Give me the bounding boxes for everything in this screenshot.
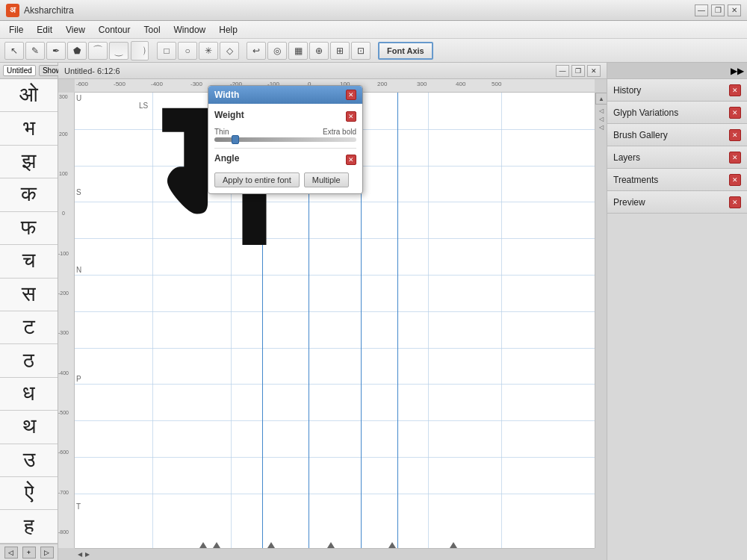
panel-item-treatments[interactable]: Treatments ✕ [607,169,747,191]
glyph-item[interactable]: ओ [0,79,58,112]
glyph-item[interactable]: ह [0,510,58,543]
panel-layers-label: Layers [613,152,640,163]
menu-file[interactable]: File [3,23,29,37]
canvas-header: Untitled- 6:12:6 — ❐ ✕ [58,63,607,79]
canvas-close-button[interactable]: ✕ [587,65,601,77]
panel-layers-close[interactable]: ✕ [729,152,741,164]
scrollbar-right[interactable]: ▲ ◁ ◁ ◁ [595,93,607,548]
glyph-item[interactable]: उ [0,444,58,477]
glyph-item[interactable]: भ [0,112,58,145]
tool-ellipse[interactable]: ○ [178,42,197,60]
weight-slider-thumb[interactable] [232,135,239,144]
tool-rect[interactable]: □ [157,42,176,60]
main-area: Untitled Show ओ भ झ क फ च स ट ठ ध थ उ ऐ … [0,63,747,560]
panel-treatments-label: Treatments [613,175,658,185]
glyph-item[interactable]: स [0,279,58,311]
glyph-item[interactable]: थ [0,411,58,444]
popup-body: Weight ✕ Thin Extra bold Angle ✕ Apply [208,104,362,193]
multiple-button[interactable]: Multiple [304,172,349,187]
glyph-prev-button[interactable]: ◁ [4,547,18,559]
glyph-item[interactable]: च [0,245,58,278]
tool-frame[interactable]: ⊡ [351,42,371,60]
glyph-next-button[interactable]: ▷ [40,547,54,559]
title-bar-left: अ Aksharchitra [6,4,74,17]
tool-measure[interactable]: ◎ [267,42,287,60]
panel-item-history[interactable]: History ✕ [607,79,747,102]
scroll-right-indicator-2[interactable]: ◁ [599,116,604,122]
tool-pencil[interactable]: ✎ [25,42,45,60]
panel-glyph-variations-close[interactable]: ✕ [729,107,741,119]
glyph-item[interactable]: क [0,178,58,211]
popup-close-button[interactable]: ✕ [346,90,356,100]
tool-shape1[interactable]: ⬟ [67,42,87,60]
popup-extrabold-label: Extra bold [323,128,356,136]
tool-undo[interactable]: ↩ [247,42,266,60]
menu-edit[interactable]: Edit [31,23,58,37]
popup-angle-close[interactable]: ✕ [346,155,356,165]
triangle-marker-6 [450,542,457,548]
triangle-marker-2 [213,542,220,548]
triangle-marker-3 [267,542,275,548]
menu-bar: File Edit View Contour Tool Window Help [0,21,747,39]
panel-treatments-close[interactable]: ✕ [729,174,741,186]
scroll-right-arrow[interactable]: ▶ [85,551,90,558]
panel-item-brush-gallery[interactable]: Brush Gallery ✕ [607,124,747,146]
right-panel-arrows: ▶▶ [731,66,744,76]
canvas-label-s: S [76,188,81,196]
scrollbar-bottom[interactable]: ◀ ▶ [75,548,595,560]
panel-item-layers[interactable]: Layers ✕ [607,146,747,169]
title-bar-controls[interactable]: — ❐ ✕ [695,4,741,16]
restore-button[interactable]: ❐ [711,4,725,16]
tool-grid[interactable]: ⊞ [330,42,350,60]
scroll-right-indicator-1[interactable]: ◁ [599,108,604,114]
tool-select[interactable]: ↖ [4,42,24,60]
popup-title-bar: Width ✕ [208,86,362,104]
scroll-right-indicator-3[interactable]: ◁ [599,124,604,131]
canvas-label-ls: LS [139,102,148,110]
app-title: Aksharchitra [24,5,74,16]
scroll-left-arrow[interactable]: ◀ [78,551,82,558]
panel-history-close[interactable]: ✕ [729,84,741,96]
minimize-button[interactable]: — [695,4,708,16]
glyph-item[interactable]: फ [0,212,58,245]
menu-help[interactable]: Help [213,23,244,37]
canvas-header-controls: — ❐ ✕ [556,65,601,77]
tool-magnify[interactable]: ⊕ [309,42,329,60]
panel-item-glyph-variations[interactable]: Glyph Variations ✕ [607,102,747,124]
tool-square2[interactable]: ▦ [288,42,308,60]
tool-curve2[interactable]: ⌒ [109,42,128,60]
panel-preview-close[interactable]: ✕ [729,196,741,208]
glyph-tab-untitled[interactable]: Untitled [3,65,36,76]
glyph-add-button[interactable]: + [22,547,36,559]
canvas-min-button[interactable]: — [556,65,569,77]
tool-star[interactable]: ✳ [199,42,218,60]
menu-view[interactable]: View [60,23,91,37]
glyph-item[interactable]: ठ [0,344,58,377]
scroll-up-arrow[interactable]: ▲ [595,93,607,105]
panel-brush-gallery-close[interactable]: ✕ [729,129,741,141]
font-axis-button[interactable]: Font Axis [378,42,433,60]
menu-contour[interactable]: Contour [93,23,137,37]
panel-brush-gallery-label: Brush Gallery [613,130,668,140]
tool-curve1[interactable]: ⌒ [88,42,108,60]
tool-diamond[interactable]: ◇ [220,42,239,60]
tool-curve3[interactable]: ⌒ [131,41,149,60]
triangle-marker-4 [327,542,335,548]
menu-window[interactable]: Window [168,23,212,37]
canvas-restore-button[interactable]: ❐ [571,65,585,77]
canvas-area: Untitled- 6:12:6 — ❐ ✕ -600 -500 -400 -3… [58,63,607,560]
glyph-item[interactable]: ऐ [0,477,58,510]
popup-weight-close[interactable]: ✕ [346,111,356,122]
glyph-item[interactable]: झ [0,146,58,178]
glyph-item[interactable]: ध [0,378,58,411]
glyph-item[interactable]: ट [0,311,58,344]
popup-divider [214,148,356,149]
weight-slider[interactable] [214,137,356,142]
panel-item-preview[interactable]: Preview ✕ [607,191,747,214]
triangle-marker-1 [199,542,207,548]
apply-entire-font-button[interactable]: Apply to entire font [214,172,300,187]
close-button[interactable]: ✕ [728,4,741,16]
tool-pen[interactable]: ✒ [46,42,66,60]
menu-tool[interactable]: Tool [138,23,167,37]
title-bar: अ Aksharchitra — ❐ ✕ [0,0,747,21]
